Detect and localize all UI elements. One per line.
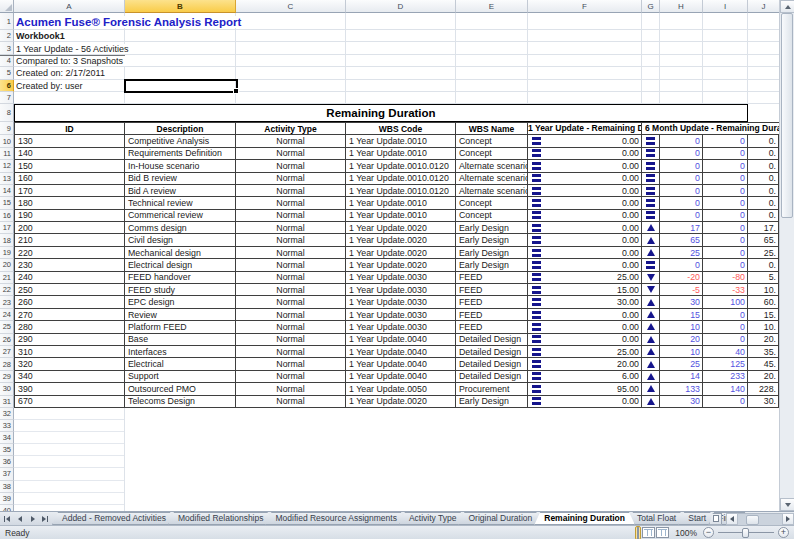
cell-wbs-name[interactable]: Early Design (456, 222, 528, 234)
cell-year-update-value[interactable]: 95.00 (528, 383, 642, 395)
cell-trend[interactable] (642, 148, 660, 160)
cell-six-month-delta[interactable]: 0 (660, 160, 703, 172)
cell-activity-type[interactable]: Normal (236, 135, 346, 147)
cell-wbs-code[interactable]: 1 Year Update.0040 (346, 371, 456, 383)
cell-trend[interactable] (642, 160, 660, 172)
cell-six-month-percent[interactable]: 100 (703, 296, 748, 308)
cell-wbs-name[interactable]: Concept (456, 210, 528, 222)
cell-activity-type[interactable]: Normal (236, 296, 346, 308)
cell-six-month-percent[interactable]: 140 (703, 383, 748, 395)
cell-six-month-delta[interactable]: 0 (660, 210, 703, 222)
cell-year-update-value[interactable]: 0.00 (528, 135, 642, 147)
horizontal-scroll-thumb[interactable] (746, 515, 759, 525)
cell-six-month-percent[interactable]: 0 (703, 210, 748, 222)
cell-six-month-value[interactable]: 15. (748, 309, 779, 321)
row-number[interactable]: 36 (0, 456, 14, 468)
cell-wbs-code[interactable]: 1 Year Update.0010 (346, 210, 456, 222)
cell-description[interactable]: Bid B review (125, 173, 236, 185)
cell-six-month-value[interactable]: 17. (748, 222, 779, 234)
cell-trend[interactable] (642, 234, 660, 246)
cell-activity-type[interactable]: Normal (236, 160, 346, 172)
cell-wbs-name[interactable]: Concept (456, 148, 528, 160)
row-number[interactable]: 15 (0, 197, 14, 209)
cell-description[interactable]: Bid A review (125, 185, 236, 197)
zoom-in-button[interactable]: + (778, 527, 789, 538)
cell-wbs-code[interactable]: 1 Year Update.0040 (346, 334, 456, 346)
cell-year-update-value[interactable]: 0.00 (528, 148, 642, 160)
row-number[interactable]: 5 (0, 67, 14, 79)
cell-wbs-code[interactable]: 1 Year Update.0030 (346, 296, 456, 308)
cell-wbs-code[interactable]: 1 Year Update.0020 (346, 247, 456, 259)
page-break-view-button[interactable] (656, 527, 669, 538)
cell-wbs-name[interactable]: FEED (456, 272, 528, 284)
row-number[interactable]: 4 (0, 55, 14, 67)
zoom-slider[interactable] (718, 527, 774, 539)
cell-id[interactable]: 160 (14, 173, 125, 185)
row-number[interactable]: 39 (0, 493, 14, 505)
cell-six-month-percent[interactable]: 0 (703, 309, 748, 321)
sheet-tab[interactable]: Modified Resource Assignments (265, 512, 406, 525)
cell-six-month-delta[interactable]: -5 (660, 284, 703, 296)
cell-id[interactable]: 150 (14, 160, 125, 172)
cell-wbs-name[interactable]: Detailed Design (456, 346, 528, 358)
cell-six-month-value[interactable]: 0. (748, 135, 779, 147)
cell-six-month-percent[interactable]: 0 (703, 321, 748, 333)
cell-year-update-value[interactable]: 30.00 (528, 296, 642, 308)
cell-description[interactable]: Electrical design (125, 259, 236, 271)
cell-wbs-name[interactable]: Early Design (456, 234, 528, 246)
cell-trend[interactable] (642, 247, 660, 259)
cell-year-update-value[interactable]: 0.00 (528, 396, 642, 408)
cells[interactable] (14, 481, 779, 493)
cell-wbs-name[interactable]: Concept (456, 197, 528, 209)
cell-id[interactable]: 310 (14, 346, 125, 358)
cell-activity-type[interactable]: Normal (236, 346, 346, 358)
header-year-update[interactable]: 1 Year Update - Remaining Duration (528, 122, 642, 136)
cell-description[interactable]: Commerical review (125, 210, 236, 222)
cell-wbs-name[interactable]: Detailed Design (456, 334, 528, 346)
cell-six-month-delta[interactable]: 133 (660, 383, 703, 395)
row-number[interactable]: 22 (0, 284, 14, 296)
cell-id[interactable]: 240 (14, 272, 125, 284)
cell-wbs-name[interactable]: Alternate scenario (456, 160, 528, 172)
cell-six-month-value[interactable]: 35. (748, 346, 779, 358)
cell-trend[interactable] (642, 173, 660, 185)
cell-six-month-value[interactable]: 25. (748, 247, 779, 259)
cell-activity-type[interactable]: Normal (236, 284, 346, 296)
cell-year-update-value[interactable]: 0.00 (528, 222, 642, 234)
cells[interactable] (14, 408, 779, 420)
cell-wbs-name[interactable]: FEED (456, 284, 528, 296)
cells[interactable] (14, 432, 779, 444)
cell-description[interactable]: Competitive Analysis (125, 135, 236, 147)
scroll-right-button[interactable] (782, 513, 794, 525)
cell-activity-type[interactable]: Normal (236, 272, 346, 284)
cell-id[interactable]: 250 (14, 284, 125, 296)
cell-description[interactable]: Base (125, 334, 236, 346)
cells[interactable] (14, 456, 779, 468)
cell-wbs-code[interactable]: 1 Year Update.0020 (346, 396, 456, 408)
row-number[interactable]: 20 (0, 259, 14, 271)
sheet-tab[interactable]: Total Float (627, 512, 686, 525)
row-number[interactable]: 31 (0, 396, 14, 408)
row-number[interactable]: 35 (0, 444, 14, 456)
cell-wbs-name[interactable]: Procurement (456, 383, 528, 395)
cell-six-month-percent[interactable]: 0 (703, 135, 748, 147)
cell-six-month-delta[interactable]: 30 (660, 296, 703, 308)
row-number[interactable]: 11 (0, 148, 14, 160)
cell-description[interactable]: Telecoms Design (125, 396, 236, 408)
header-wbs-code[interactable]: WBS Code (346, 122, 456, 136)
sheet-tab[interactable]: Remaining Duration (534, 512, 635, 525)
horizontal-scroll-track[interactable] (738, 513, 782, 525)
cell-id[interactable]: 320 (14, 358, 125, 370)
cell-six-month-delta[interactable]: 25 (660, 247, 703, 259)
cell-six-month-value[interactable]: 10. (748, 284, 779, 296)
cell-description[interactable]: Platform FEED (125, 321, 236, 333)
row-number[interactable]: 27 (0, 346, 14, 358)
cell-six-month-value[interactable]: 0. (748, 210, 779, 222)
page-layout-view-button[interactable] (642, 527, 655, 538)
cell-year-update-value[interactable]: 0.00 (528, 309, 642, 321)
cell-six-month-delta[interactable]: 0 (660, 185, 703, 197)
cell-year-update-value[interactable]: 0.00 (528, 247, 642, 259)
cell-trend[interactable] (642, 358, 660, 370)
row-number[interactable]: 1 (0, 13, 14, 30)
first-sheet-button[interactable] (0, 513, 13, 525)
